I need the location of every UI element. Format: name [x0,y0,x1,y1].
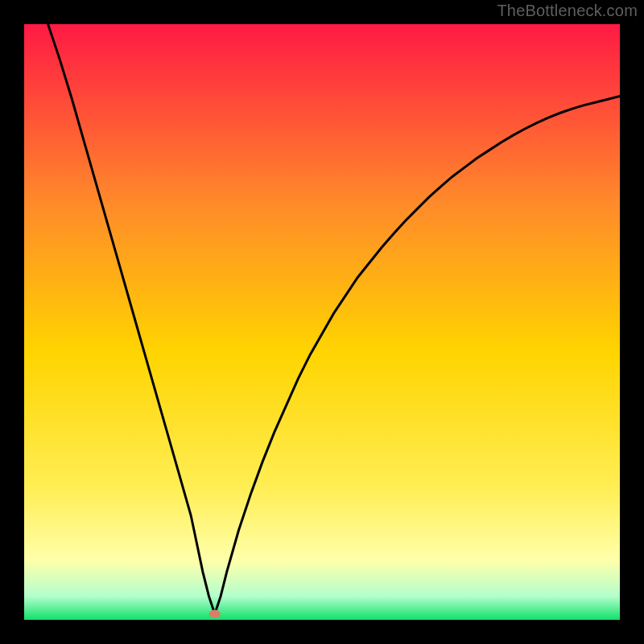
optimal-point-marker [209,610,221,618]
bottleneck-plot [0,0,644,644]
gradient-plot-area [24,24,620,620]
chart-frame: TheBottleneck.com [0,0,644,644]
watermark-text: TheBottleneck.com [497,2,638,20]
